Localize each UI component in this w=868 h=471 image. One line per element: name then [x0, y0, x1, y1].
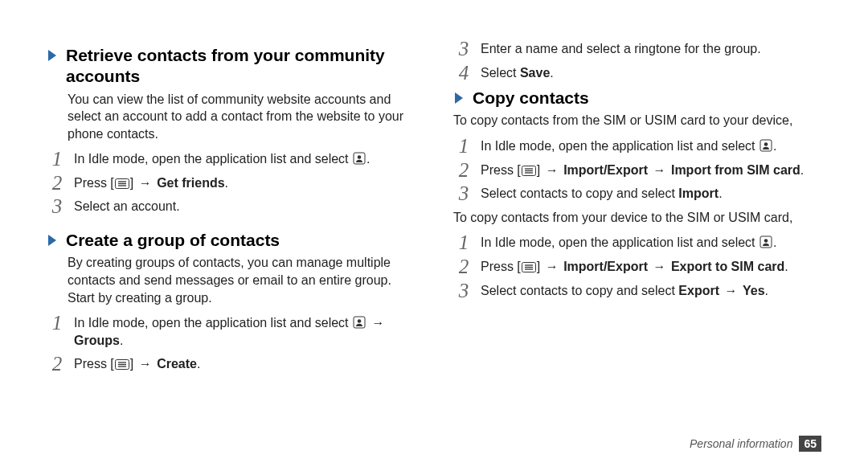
- step-text: .: [120, 334, 123, 347]
- step-text: Select an account.: [74, 199, 180, 213]
- step-item: 1 In Idle mode, open the application lis…: [453, 234, 821, 252]
- step-text: Press [: [74, 176, 114, 190]
- arrow-icon: →: [137, 176, 154, 190]
- step-item: 2 Press [] → Create.: [47, 355, 415, 373]
- page-number: 65: [799, 436, 821, 452]
- section-body: You can view the list of community websi…: [68, 91, 415, 143]
- svg-point-16: [764, 142, 768, 146]
- step-item: 3 Select contacts to copy and select Exp…: [453, 282, 821, 300]
- footer-section-label: Personal information: [690, 437, 792, 450]
- step-bold: Create: [157, 357, 197, 371]
- step-text: In Idle mode, open the application list …: [481, 236, 759, 249]
- section-heading-retrieve: Retrieve contacts from your community ac…: [47, 45, 415, 88]
- step-bold: Save: [520, 66, 550, 80]
- step-text: .: [784, 260, 788, 273]
- svg-marker-7: [48, 235, 56, 246]
- step-item: 2 Press [] → Import/Export → Export to S…: [453, 258, 821, 276]
- arrow-icon: →: [651, 163, 667, 177]
- step-text: ]: [130, 357, 137, 371]
- step-text: .: [719, 186, 722, 200]
- section-heading-copy-contacts: Copy contacts: [453, 88, 821, 109]
- step-text: In Idle mode, open the application list …: [74, 316, 352, 330]
- steps-list: 1 In Idle mode, open the application lis…: [453, 137, 821, 203]
- section-heading-create-group: Create a group of contacts: [47, 230, 415, 251]
- step-item: 3 Select an account.: [47, 198, 415, 215]
- step-text: Select contacts to copy and select: [481, 284, 678, 297]
- arrow-icon: →: [370, 316, 386, 330]
- step-text: .: [765, 284, 768, 297]
- right-column: 3 Enter a name and select a ringtone for…: [453, 40, 821, 426]
- steps-list-continued: 3 Enter a name and select a ringtone for…: [453, 40, 821, 81]
- step-bold: Groups: [74, 334, 120, 347]
- arrow-icon: →: [544, 163, 560, 177]
- step-item: 2 Press [] → Get friends.: [47, 174, 415, 192]
- step-text: .: [550, 66, 553, 80]
- step-number: 3: [453, 277, 474, 305]
- section-title: Retrieve contacts from your community ac…: [66, 45, 415, 88]
- step-number: 3: [453, 180, 474, 207]
- arrow-icon: →: [723, 284, 739, 297]
- contacts-app-icon: [760, 139, 772, 152]
- step-number: 2: [47, 350, 68, 378]
- step-text: Enter a name and select a ringtone for t…: [481, 42, 761, 55]
- svg-point-9: [358, 319, 362, 323]
- step-bold: Import from SIM card: [671, 163, 800, 177]
- step-text: .: [773, 236, 776, 249]
- step-text: Press [: [481, 260, 521, 273]
- step-text: .: [225, 176, 228, 190]
- menu-key-icon: [522, 262, 536, 272]
- step-item: 3 Enter a name and select a ringtone for…: [453, 40, 821, 58]
- step-bold: Import/Export: [563, 260, 648, 273]
- step-item: 4 Select Save.: [453, 64, 821, 82]
- arrow-icon: →: [651, 260, 667, 273]
- svg-marker-14: [455, 92, 463, 104]
- step-number: 1: [47, 309, 68, 337]
- menu-key-icon: [115, 359, 129, 370]
- step-item: 1 In Idle mode, open the application lis…: [47, 150, 415, 168]
- step-item: 2 Press [] → Import/Export → Import from…: [453, 162, 821, 179]
- step-bold: Import: [678, 186, 719, 200]
- step-text: Select: [481, 66, 520, 80]
- step-text: .: [197, 357, 200, 371]
- contacts-app-icon: [353, 316, 366, 329]
- chevron-right-icon: [47, 48, 58, 63]
- svg-marker-0: [48, 50, 56, 61]
- section-body: To copy contacts from the SIM or USIM ca…: [453, 112, 821, 129]
- step-bold: Get friends: [157, 176, 224, 190]
- contacts-app-icon: [760, 236, 772, 248]
- step-text: .: [366, 152, 370, 166]
- step-bold: Import/Export: [563, 163, 648, 177]
- menu-key-icon: [522, 166, 536, 176]
- section-title: Copy contacts: [473, 88, 589, 109]
- step-text: ]: [537, 163, 544, 177]
- chevron-right-icon: [47, 233, 58, 248]
- step-text: .: [773, 139, 776, 153]
- step-text: Select contacts to copy and select: [481, 186, 678, 200]
- step-number: 4: [453, 59, 474, 87]
- step-text: ]: [130, 176, 137, 190]
- page-footer: Personal information 65: [690, 436, 821, 452]
- left-column: Retrieve contacts from your community ac…: [47, 40, 415, 426]
- section-body: To copy contacts from your device to the…: [453, 209, 821, 227]
- page-columns: Retrieve contacts from your community ac…: [47, 40, 821, 426]
- arrow-icon: →: [137, 357, 154, 371]
- step-text: Press [: [481, 163, 521, 177]
- step-text: In Idle mode, open the application list …: [74, 152, 352, 166]
- step-bold: Export: [678, 284, 719, 297]
- step-item: 3 Select contacts to copy and select Imp…: [453, 185, 821, 203]
- chevron-right-icon: [453, 91, 465, 105]
- arrow-icon: →: [544, 260, 560, 273]
- step-text: In Idle mode, open the application list …: [481, 139, 759, 153]
- step-text: .: [800, 163, 804, 177]
- contacts-app-icon: [353, 152, 366, 165]
- menu-key-icon: [115, 178, 129, 189]
- step-text: Press [: [74, 357, 114, 371]
- step-bold: Export to SIM card: [671, 260, 784, 273]
- step-item: 1 In Idle mode, open the application lis…: [47, 314, 415, 349]
- steps-list: 1 In Idle mode, open the application lis…: [47, 150, 415, 215]
- svg-point-2: [358, 155, 362, 159]
- section-title: Create a group of contacts: [66, 230, 280, 251]
- steps-list: 1 In Idle mode, open the application lis…: [47, 314, 415, 373]
- step-bold: Yes: [743, 284, 765, 297]
- svg-point-22: [764, 240, 768, 244]
